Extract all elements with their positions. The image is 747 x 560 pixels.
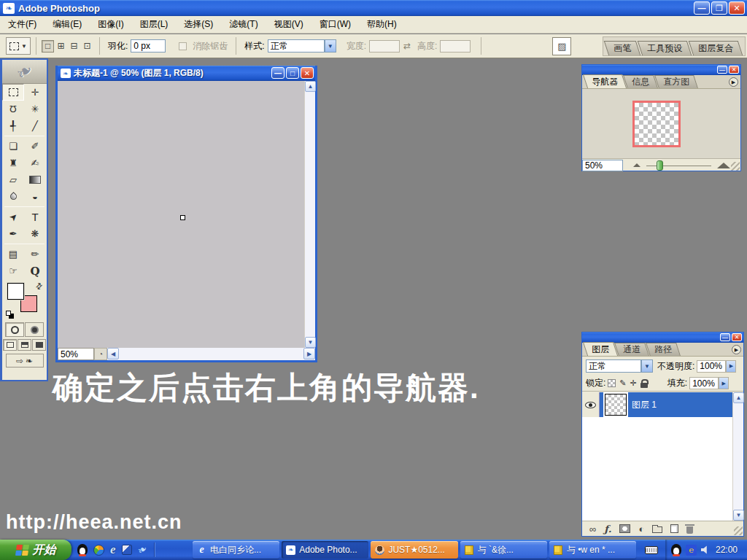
- canvas-area[interactable]: [58, 81, 304, 348]
- file-browser-button[interactable]: ▨: [552, 37, 571, 55]
- menu-help[interactable]: 帮助(H): [367, 18, 397, 31]
- close-button[interactable]: ✕: [729, 1, 745, 15]
- panel-close-button[interactable]: ✕: [732, 333, 742, 341]
- gradient-tool[interactable]: [24, 171, 46, 188]
- panel-minimize-button[interactable]: —: [720, 333, 730, 341]
- doc-minimize-button[interactable]: —: [271, 67, 285, 79]
- quick-mask-mode-button[interactable]: [25, 322, 44, 337]
- add-selection-button[interactable]: ⊞: [55, 40, 67, 52]
- lock-all-icon[interactable]: [640, 379, 648, 388]
- tool-preset-picker[interactable]: ▼: [6, 37, 31, 55]
- type-tool[interactable]: T: [24, 209, 46, 225]
- menu-select[interactable]: 选择(S): [184, 18, 213, 31]
- blend-mode-select[interactable]: 正常: [586, 359, 641, 373]
- panel-close-button[interactable]: ✕: [729, 66, 739, 74]
- scroll-up-button[interactable]: ▲: [733, 392, 744, 403]
- menu-image[interactable]: 图像(I): [98, 18, 123, 31]
- default-colors-icon[interactable]: [6, 311, 14, 319]
- pen-tool[interactable]: ✒: [2, 225, 24, 242]
- visibility-cell[interactable]: [582, 392, 600, 417]
- swap-colors-icon[interactable]: ⇄: [34, 281, 45, 292]
- zoom-out-icon[interactable]: [633, 163, 640, 167]
- slice-tool[interactable]: ╱: [24, 117, 46, 134]
- tray-app-icon[interactable]: ℮: [686, 545, 697, 556]
- rectangular-marquee-tool[interactable]: [2, 84, 24, 101]
- tab-channels[interactable]: 通道: [614, 343, 649, 356]
- width-input[interactable]: [369, 40, 400, 52]
- subtract-selection-button[interactable]: ⊟: [68, 40, 80, 52]
- canvas[interactable]: [180, 215, 185, 220]
- internet-explorer-icon[interactable]: e: [110, 542, 116, 557]
- notes-tool[interactable]: ▤: [2, 246, 24, 262]
- magic-wand-tool[interactable]: ✳: [24, 101, 46, 117]
- restore-button[interactable]: ❐: [711, 1, 727, 15]
- navigator-titlebar[interactable]: — ✕: [582, 65, 740, 75]
- chevron-down-icon[interactable]: ▼: [325, 39, 336, 52]
- zoom-percent-field[interactable]: 50%: [58, 348, 94, 360]
- tab-histogram[interactable]: 直方图: [654, 75, 698, 88]
- path-selection-tool[interactable]: ➤: [2, 209, 24, 225]
- tab-navigator[interactable]: 导航器: [583, 74, 627, 88]
- new-selection-button[interactable]: □: [42, 40, 54, 52]
- chevron-down-icon[interactable]: ▼: [641, 359, 653, 373]
- new-group-icon[interactable]: [652, 526, 662, 533]
- zoom-tool[interactable]: Q: [24, 262, 46, 279]
- height-input[interactable]: [440, 40, 471, 52]
- lock-position-icon[interactable]: ✛: [630, 378, 637, 388]
- zoom-in-icon[interactable]: [717, 163, 730, 168]
- feather-input[interactable]: 0 px: [131, 39, 166, 52]
- layer-mask-icon[interactable]: [619, 524, 630, 533]
- task-qq-chat-window-3[interactable]: 与 •w en * ...: [549, 541, 636, 559]
- minimize-button[interactable]: —: [694, 1, 710, 15]
- media-player-icon[interactable]: [93, 545, 104, 556]
- layer-style-icon[interactable]: ƒ.: [604, 524, 611, 534]
- navigator-zoom-field[interactable]: 50%: [582, 160, 623, 171]
- horizontal-scrollbar[interactable]: ◀ ▶: [107, 348, 315, 360]
- new-layer-icon[interactable]: [670, 524, 678, 533]
- opacity-slider-button[interactable]: ▶: [726, 360, 736, 373]
- menu-filter[interactable]: 滤镜(T): [229, 18, 258, 31]
- style-select[interactable]: 正常 ▼: [268, 39, 336, 52]
- panel-menu-icon[interactable]: ▶: [732, 345, 741, 354]
- scroll-left-button[interactable]: ◀: [107, 348, 119, 359]
- menu-file[interactable]: 文件(F): [8, 18, 36, 31]
- fill-slider-button[interactable]: ▶: [719, 377, 729, 389]
- panel-minimize-button[interactable]: —: [717, 66, 727, 74]
- input-method-indicator[interactable]: [640, 540, 662, 560]
- fullscreen-menu-button[interactable]: [18, 339, 31, 351]
- history-brush-tool[interactable]: ✍: [24, 155, 46, 171]
- quill-icon[interactable]: ❧: [135, 542, 150, 558]
- doc-close-button[interactable]: ✕: [301, 67, 314, 79]
- status-menu-button[interactable]: ◔: [94, 348, 107, 360]
- layers-scrollbar[interactable]: ▲ ▼: [732, 392, 743, 521]
- tab-layers[interactable]: 图层: [583, 342, 618, 356]
- layer-row[interactable]: 图层 1: [582, 392, 743, 417]
- lock-transparency-icon[interactable]: [608, 379, 616, 387]
- task-photoshop-window[interactable]: ❧ Adobe Photo...: [282, 541, 368, 559]
- task-qq-chat-window-2[interactable]: 与 `&徐...: [460, 541, 547, 559]
- lasso-tool[interactable]: Ω: [2, 101, 24, 117]
- start-button[interactable]: 开始: [0, 540, 71, 560]
- fullscreen-button[interactable]: [32, 339, 46, 351]
- delete-layer-icon[interactable]: [686, 526, 693, 534]
- task-qq-chat-window-1[interactable]: JUST★0512...: [371, 541, 457, 559]
- move-tool[interactable]: ✛: [24, 84, 46, 101]
- doc-maximize-button[interactable]: □: [286, 67, 299, 79]
- custom-shape-tool[interactable]: ❋: [24, 225, 46, 242]
- zoom-slider[interactable]: [646, 160, 711, 171]
- hand-tool[interactable]: ☞: [2, 262, 24, 279]
- menu-view[interactable]: 视图(V): [274, 18, 303, 31]
- tab-layer-comps[interactable]: 图层复合: [689, 41, 743, 55]
- healing-brush-tool[interactable]: ❏: [2, 138, 24, 155]
- tab-brushes[interactable]: 画笔: [604, 41, 640, 55]
- jump-to-imageready-button[interactable]: ⇨❧: [6, 354, 44, 368]
- scroll-down-button[interactable]: ▼: [305, 337, 316, 348]
- menu-layer[interactable]: 图层(L): [140, 18, 169, 31]
- slider-thumb[interactable]: [657, 160, 663, 171]
- document-titlebar[interactable]: ❧ 未标题-1 @ 50% (图层 1, RGB/8) — □ ✕: [58, 66, 315, 81]
- resize-grip[interactable]: [731, 162, 740, 171]
- qq-tray-icon[interactable]: [671, 544, 681, 556]
- standard-screen-button[interactable]: [3, 339, 17, 351]
- intersect-selection-button[interactable]: ⊡: [81, 40, 93, 52]
- swap-dimensions-icon[interactable]: ⇄: [403, 41, 411, 51]
